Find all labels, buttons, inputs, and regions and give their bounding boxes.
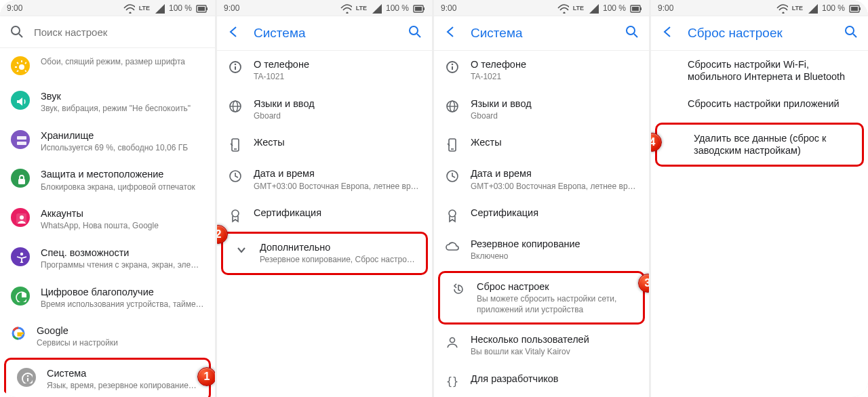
- item-display[interactable]: Обои, спящий режим, размер шрифта: [0, 48, 215, 83]
- back-button[interactable]: [660, 24, 675, 42]
- item-accessibility[interactable]: Спец. возможностиПрограммы чтения с экра…: [0, 239, 215, 278]
- badge-icon: [228, 208, 243, 223]
- badge-icon: [445, 208, 460, 223]
- signal-icon: [588, 3, 599, 14]
- item-languages[interactable]: Языки и вводGboard: [434, 90, 649, 129]
- page-title: Сброс настроек: [688, 26, 831, 41]
- item-datetime[interactable]: Дата и времяGMT+03:00 Восточная Европа, …: [434, 160, 649, 199]
- cloud-icon: [445, 239, 460, 254]
- settings-list: Обои, спящий режим, размер шрифта ЗвукЗв…: [0, 48, 215, 397]
- highlight-system: СистемаЯзык, время, резервное копировани…: [4, 358, 211, 397]
- pane-reset: 9:00 LTE100 % Сброс настроек Сбросить на…: [651, 0, 868, 397]
- highlight-factory-reset: Удалить все данные (сброс к заводским на…: [655, 123, 864, 166]
- signal-icon: [154, 3, 165, 14]
- restore-icon: [451, 282, 466, 297]
- info-icon: [17, 368, 36, 387]
- step-badge-1: 1: [197, 367, 216, 386]
- sound-icon: [11, 91, 30, 110]
- status-bar: 9:00 LTE100 %: [217, 0, 432, 16]
- item-security[interactable]: Защита и местоположениеБлокировка экрана…: [0, 161, 215, 200]
- search-input[interactable]: [34, 26, 205, 38]
- chevron-down-icon: [234, 243, 249, 257]
- search-icon: [9, 24, 24, 39]
- wifi-icon: [340, 3, 352, 14]
- item-gestures[interactable]: Жесты: [434, 129, 649, 160]
- item-multiuser[interactable]: Несколько пользователейВы вошли как Vita…: [434, 326, 649, 365]
- battery-pct: 100 %: [169, 3, 192, 13]
- signal-icon: [371, 3, 382, 14]
- storage-icon: [11, 130, 30, 149]
- search-button[interactable]: [625, 24, 639, 42]
- pane-settings-root: 9:00 LTE 100 % Обои, спящий режим, разме…: [0, 0, 217, 397]
- user-icon: [445, 335, 460, 350]
- item-datetime[interactable]: Дата и времяGMT+03:00 Восточная Европа, …: [217, 160, 432, 199]
- item-sound[interactable]: ЗвукЗвук, вибрация, режим "Не беспокоить…: [0, 83, 215, 122]
- item-certification[interactable]: Сертификация: [217, 199, 432, 230]
- clock-icon: [445, 169, 460, 184]
- back-button[interactable]: [443, 24, 458, 42]
- item-about-phone[interactable]: О телефонеTA-1021: [434, 51, 649, 90]
- item-advanced[interactable]: ДополнительноРезервное копирование, Сбро…: [223, 234, 426, 273]
- item-factory-reset[interactable]: Удалить все данные (сброс к заводским на…: [657, 125, 862, 164]
- gesture-icon: [228, 138, 243, 152]
- globe-icon: [445, 99, 460, 114]
- search-button[interactable]: [844, 24, 859, 42]
- wifi-icon: [776, 3, 788, 14]
- dev-icon: [445, 374, 460, 389]
- page-title: Система: [471, 26, 612, 41]
- pane-system-expanded: 9:00 LTE100 % Система О телефонеTA-1021 …: [434, 0, 651, 397]
- wellbeing-icon: [11, 287, 30, 306]
- highlight-advanced: ДополнительноРезервное копирование, Сбро…: [221, 232, 428, 275]
- search-header[interactable]: [0, 16, 215, 48]
- item-accounts[interactable]: АккаунтыWhatsApp, Нова пошта, Google: [0, 200, 215, 239]
- signal-icon: [807, 3, 818, 14]
- info-icon: [445, 60, 460, 75]
- item-about-phone[interactable]: О телефонеTA-1021: [217, 51, 432, 90]
- item-certification[interactable]: Сертификация: [434, 199, 649, 230]
- status-time: 9:00: [7, 3, 22, 13]
- lte-label: LTE: [139, 5, 150, 12]
- account-icon: [11, 208, 30, 227]
- lock-icon: [11, 169, 30, 188]
- search-button[interactable]: [408, 24, 422, 42]
- item-gestures[interactable]: Жесты: [217, 129, 432, 160]
- page-title: Система: [254, 26, 395, 41]
- globe-icon: [228, 99, 243, 114]
- wifi-icon: [123, 3, 135, 14]
- display-icon: [11, 56, 30, 75]
- item-google[interactable]: GoogleСервисы и настройки: [0, 317, 215, 356]
- status-bar: 9:00 LTE 100 %: [0, 0, 215, 16]
- clock-icon: [228, 169, 243, 184]
- item-languages[interactable]: Языки и вводGboard: [217, 90, 432, 129]
- item-storage[interactable]: ХранилищеИспользуется 69 %, свободно 10,…: [0, 122, 215, 161]
- item-reset-network[interactable]: Сбросить настройки Wi-Fi, мобильного Инт…: [651, 51, 868, 90]
- google-icon: [11, 326, 26, 341]
- status-time: 9:00: [224, 3, 239, 13]
- header-system: Система: [217, 16, 432, 51]
- item-reset-options[interactable]: Сброс настроекВы можете сбросить настрой…: [440, 273, 643, 322]
- battery-icon: [630, 3, 642, 14]
- status-bar: 9:00 LTE100 %: [651, 0, 868, 16]
- accessibility-icon: [11, 247, 30, 266]
- pane-system: 9:00 LTE100 % Система О телефонеTA-1021 …: [217, 0, 434, 397]
- wifi-icon: [557, 3, 569, 14]
- battery-icon: [849, 3, 861, 14]
- battery-icon: [196, 3, 208, 14]
- item-system[interactable]: СистемаЯзык, время, резервное копировани…: [6, 360, 209, 397]
- highlight-reset: Сброс настроекВы можете сбросить настрой…: [438, 271, 645, 325]
- item-wellbeing[interactable]: Цифровое благополучиеВремя использования…: [0, 278, 215, 318]
- info-icon: [228, 60, 243, 75]
- battery-icon: [413, 3, 425, 14]
- item-backup[interactable]: Резервное копированиеВключено: [434, 230, 649, 270]
- gesture-icon: [445, 138, 460, 152]
- item-developer[interactable]: Для разработчиков: [434, 365, 649, 396]
- item-reset-apps[interactable]: Сбросить настройки приложений: [651, 90, 868, 121]
- status-bar: 9:00 LTE100 %: [434, 0, 649, 16]
- back-button[interactable]: [226, 24, 241, 42]
